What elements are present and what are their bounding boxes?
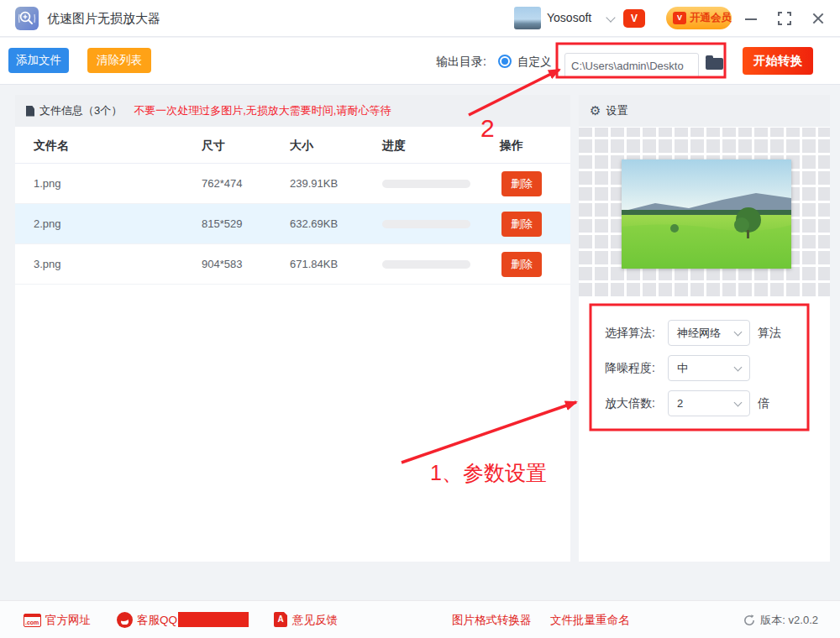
chevron-down-icon[interactable] [606, 13, 615, 22]
progress-bar [382, 180, 470, 188]
progress-bar [382, 260, 470, 269]
output-dir-label: 输出目录: [436, 55, 486, 70]
file-name-cell: 1.png [34, 164, 61, 204]
vip-icon: V [623, 9, 645, 28]
version-label: 版本: v2.0.2 [760, 613, 818, 628]
col-progress: 进度 [382, 127, 406, 164]
qq-number-redacted [178, 612, 249, 627]
clear-list-button[interactable]: 清除列表 [87, 48, 151, 73]
custom-radio-label: 自定义 [517, 55, 552, 70]
col-filename: 文件名 [34, 127, 69, 164]
account-avatar[interactable] [514, 7, 541, 29]
col-actions: 操作 [500, 127, 523, 164]
chevron-down-icon [734, 328, 743, 337]
progress-bar [382, 220, 470, 228]
denoise-select[interactable]: 中 [668, 355, 750, 381]
folder-browse-icon[interactable] [706, 58, 723, 70]
size-cell: 671.84KB [290, 244, 338, 285]
custom-radio[interactable] [498, 55, 512, 68]
scale-label: 放大倍数: [605, 396, 668, 411]
col-size: 大小 [290, 127, 313, 164]
settings-form: 选择算法: 神经网络 算法 降噪程度: 中 放大倍数: 2 倍 [591, 305, 808, 430]
scale-row: 放大倍数: 2 倍 [605, 390, 769, 416]
settings-title: 设置 [606, 103, 627, 118]
website-icon: .com [24, 614, 41, 627]
feedback-link[interactable]: 意见反馈 [292, 601, 338, 638]
add-files-button[interactable]: 添加文件 [8, 48, 69, 73]
title-bar: 优速图片无损放大器 Yososoft V V 开通会员 [0, 0, 840, 37]
file-panel-warning: 不要一次处理过多图片,无损放大需要时间,请耐心等待 [134, 103, 391, 118]
denoise-label: 降噪程度: [605, 361, 668, 376]
settings-panel-header: ⚙ 设置 [579, 95, 830, 127]
official-site-link[interactable]: 官方网址 [45, 601, 91, 638]
delete-button[interactable]: 删除 [501, 212, 542, 237]
file-panel-header: 文件信息（3个） 不要一次处理过多图片,无损放大需要时间,请耐心等待 [15, 95, 570, 127]
refresh-icon[interactable] [743, 614, 755, 626]
scale-suffix: 倍 [758, 396, 769, 411]
algorithm-label: 选择算法: [605, 326, 668, 341]
denoise-row: 降噪程度: 中 [605, 355, 758, 381]
table-row[interactable]: 1.png 762*474 239.91KB 删除 [15, 164, 570, 204]
delete-button[interactable]: 删除 [501, 171, 542, 196]
algorithm-row: 选择算法: 神经网络 算法 [605, 320, 781, 346]
batch-rename-link[interactable]: 文件批量重命名 [550, 601, 630, 638]
settings-panel: ⚙ 设置 选择算法: [579, 95, 830, 562]
account-name[interactable]: Yososoft [547, 11, 591, 24]
image-preview [622, 160, 791, 269]
document-icon [26, 106, 34, 117]
open-vip-button[interactable]: V 开通会员 [666, 7, 732, 29]
scale-value: 2 [677, 397, 683, 410]
chevron-down-icon [734, 363, 743, 372]
table-header-row: 文件名 尺寸 大小 进度 操作 [15, 127, 570, 164]
close-button[interactable] [810, 10, 827, 27]
dimensions-cell: 762*474 [202, 164, 242, 204]
chevron-down-icon [734, 399, 743, 407]
minimize-button[interactable] [743, 10, 759, 27]
gear-icon: ⚙ [590, 103, 601, 118]
file-panel-title: 文件信息（3个） [39, 103, 122, 118]
algorithm-value: 神经网络 [677, 327, 721, 339]
customer-service-icon [117, 612, 133, 628]
start-convert-button[interactable]: 开始转换 [743, 47, 813, 75]
feedback-icon: A [274, 612, 287, 627]
size-cell: 239.91KB [290, 164, 338, 204]
col-dimensions: 尺寸 [202, 127, 225, 164]
size-cell: 632.69KB [290, 204, 338, 244]
scale-select[interactable]: 2 [668, 390, 750, 416]
file-name-cell: 2.png [34, 204, 61, 244]
app-logo-icon [15, 7, 39, 30]
output-path-input[interactable] [564, 53, 699, 78]
open-vip-label: 开通会员 [690, 11, 732, 25]
table-row[interactable]: 2.png 815*529 632.69KB 删除 [15, 204, 570, 244]
table-row[interactable]: 3.png 904*583 671.84KB 删除 [15, 244, 570, 285]
file-list-panel: 文件信息（3个） 不要一次处理过多图片,无损放大需要时间,请耐心等待 文件名 尺… [15, 95, 570, 562]
footer-bar: .com 官方网址 客服QQ: A 意见反馈 图片格式转换器 文件批量重命名 版… [0, 600, 840, 638]
algorithm-select[interactable]: 神经网络 [668, 320, 750, 346]
file-name-cell: 3.png [34, 244, 61, 285]
denoise-value: 中 [677, 362, 688, 374]
vip-icon: V [673, 12, 686, 24]
format-converter-link[interactable]: 图片格式转换器 [452, 601, 532, 638]
app-title: 优速图片无损放大器 [47, 11, 160, 27]
maximize-button[interactable] [776, 10, 793, 27]
dimensions-cell: 815*529 [202, 204, 242, 244]
qq-label: 客服QQ: [137, 601, 181, 638]
delete-button[interactable]: 删除 [501, 252, 542, 277]
dimensions-cell: 904*583 [202, 244, 242, 285]
algorithm-suffix: 算法 [758, 326, 781, 341]
